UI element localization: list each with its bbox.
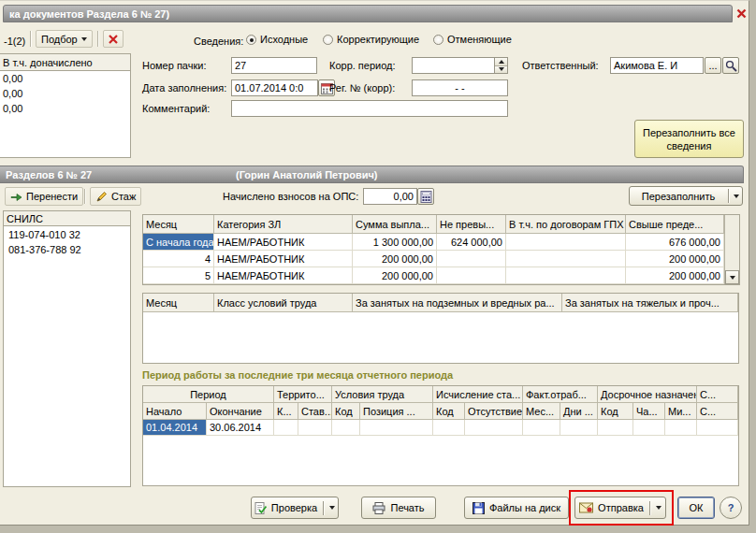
table-cell[interactable]	[633, 420, 665, 436]
table-cell[interactable]: С начала года	[143, 234, 214, 251]
reg-number-field[interactable]: - -	[412, 79, 508, 96]
column-header[interactable]: Код	[598, 403, 633, 420]
table-cell[interactable]: НАЕМ/РАБОТНИК	[214, 267, 353, 284]
table-cell[interactable]	[506, 234, 626, 251]
files-to-disk-button[interactable]: Файлы на диск	[464, 497, 569, 519]
column-group-header[interactable]: Факт.отраб...	[523, 386, 598, 403]
table-cell[interactable]	[332, 420, 360, 436]
responsible-ellipsis-button[interactable]: ...	[705, 57, 721, 74]
column-header[interactable]: Не превы...	[437, 215, 506, 234]
table-cell[interactable]: 30.06.2014	[207, 420, 274, 436]
table-cell[interactable]	[433, 420, 465, 436]
table-cell[interactable]: 200 000,00	[626, 267, 724, 284]
column-header[interactable]: К...	[274, 403, 298, 420]
table-cell[interactable]	[465, 420, 523, 436]
table-cell[interactable]: 624 000,00	[437, 234, 506, 251]
column-group-header[interactable]: Террито...	[274, 386, 332, 403]
stazh-button[interactable]: Стаж	[90, 187, 141, 206]
vertical-scrollbar[interactable]	[724, 215, 739, 284]
spinner-up-button[interactable]	[495, 58, 507, 66]
table-cell[interactable]	[506, 267, 626, 284]
table-cell[interactable]: 200 000,00	[626, 251, 724, 267]
table-cell[interactable]	[523, 420, 560, 436]
column-header[interactable]: Сумма выпла...	[353, 215, 437, 234]
table-row[interactable]: 5 НАЕМ/РАБОТНИК 200 000,00 200 000,00	[143, 267, 724, 284]
pack-number-field[interactable]: 27	[231, 57, 317, 74]
podbor-button[interactable]: Подбор	[36, 30, 93, 48]
column-header[interactable]: Дни ...	[560, 403, 598, 420]
table-cell[interactable]: 01.04.2014	[143, 420, 207, 436]
refill-all-button[interactable]: Перезаполнить все сведения	[634, 120, 744, 158]
left-table-header[interactable]: В т.ч. доначислено	[0, 53, 131, 71]
table-cell[interactable]	[360, 420, 433, 436]
responsible-search-button[interactable]	[722, 57, 739, 74]
table-cell[interactable]: 5	[143, 267, 214, 284]
ops-field[interactable]: 0,00	[363, 188, 417, 205]
table-cell[interactable]: 0,00	[3, 103, 22, 114]
table-cell[interactable]	[665, 420, 697, 436]
column-header[interactable]: Код	[433, 403, 465, 420]
snils-header[interactable]: СНИЛС	[3, 210, 131, 226]
table-cell[interactable]: 4	[143, 251, 214, 267]
column-group-header[interactable]: С...	[697, 386, 738, 403]
column-header[interactable]: Мес...	[523, 403, 560, 420]
column-header[interactable]: В т.ч. по договорам ГПХ	[506, 215, 626, 234]
column-header[interactable]: Став...	[298, 403, 332, 420]
scroll-down-button[interactable]	[725, 270, 739, 284]
delete-button[interactable]	[103, 30, 124, 48]
column-header[interactable]: Свыше преде...	[626, 215, 724, 234]
send-button[interactable]: Отправка	[574, 497, 666, 519]
refill-dropdown[interactable]	[730, 194, 742, 198]
table-cell[interactable]: 676 000,00	[626, 234, 724, 251]
column-header[interactable]: Код	[332, 403, 360, 420]
column-header[interactable]: Категория ЗЛ	[214, 215, 353, 234]
column-header[interactable]: Отсутствие	[465, 403, 523, 420]
column-group-header[interactable]: Досрочное назначение	[598, 386, 697, 403]
table-cell[interactable]	[560, 420, 598, 436]
spinner-control[interactable]	[494, 58, 507, 73]
help-button[interactable]: ?	[720, 497, 742, 519]
column-group-header[interactable]: Условия труда	[332, 386, 433, 403]
column-header[interactable]: За занятых на тяжелых и проч...	[562, 294, 738, 312]
responsible-field[interactable]: Акимова Е. И	[610, 57, 704, 74]
check-button[interactable]: Проверка	[251, 497, 339, 519]
transfer-button[interactable]: Перенести	[5, 187, 83, 206]
table-row[interactable]: 4 НАЕМ/РАБОТНИК 200 000,00 200 000,00	[143, 251, 724, 267]
table-cell[interactable]	[506, 251, 626, 267]
close-button[interactable]	[734, 7, 749, 21]
table-cell[interactable]: 200 000,00	[353, 267, 437, 284]
fill-date-field[interactable]: 01.07.2014 0:0	[231, 79, 318, 96]
column-header[interactable]: Начало	[143, 403, 207, 420]
snils-list[interactable]: 119-074-010 32 081-376-788 92	[3, 226, 131, 487]
column-group-header[interactable]: Исчисление ста...	[433, 386, 523, 403]
column-header[interactable]: Месяц	[143, 215, 214, 234]
list-item[interactable]: 119-074-010 32	[8, 229, 80, 240]
left-table-body[interactable]: 0,00 0,00 0,00	[0, 71, 131, 158]
list-item[interactable]: 081-376-788 92	[8, 244, 81, 255]
table-cell[interactable]	[298, 420, 332, 436]
column-header[interactable]: Класс условий труда	[214, 294, 353, 312]
table-cell[interactable]: НАЕМ/РАБОТНИК	[214, 251, 353, 267]
radio-otmenyayushchie[interactable]: Отменяющие	[433, 34, 512, 45]
ok-button[interactable]: ОК	[677, 497, 715, 519]
table-cell[interactable]: 1 300 000,00	[353, 234, 437, 251]
column-header[interactable]: За занятых на подземных и вредных ра...	[353, 294, 562, 312]
column-header[interactable]: Окончание	[207, 403, 274, 420]
table-cell[interactable]: НАЕМ/РАБОТНИК	[214, 234, 353, 251]
corr-period-field[interactable]	[412, 57, 508, 74]
period-empty-body[interactable]	[143, 436, 738, 485]
column-header[interactable]: С...	[697, 403, 738, 420]
table-cell[interactable]	[697, 420, 738, 436]
calculator-button[interactable]	[417, 188, 434, 205]
column-header[interactable]: Ми...	[665, 403, 697, 420]
table-cell[interactable]: 0,00	[3, 88, 22, 99]
table-cell[interactable]	[437, 251, 506, 267]
table-row[interactable]: 01.04.2014 30.06.2014	[143, 420, 738, 436]
conditions-empty-body[interactable]	[143, 312, 738, 363]
comment-field[interactable]	[231, 100, 508, 117]
refill-section-button[interactable]: Перезаполнить	[629, 186, 743, 206]
table-cell[interactable]	[274, 420, 298, 436]
column-header[interactable]: Месяц	[143, 294, 214, 312]
column-header[interactable]: Ча...	[633, 403, 665, 420]
table-cell[interactable]: 200 000,00	[353, 251, 437, 267]
